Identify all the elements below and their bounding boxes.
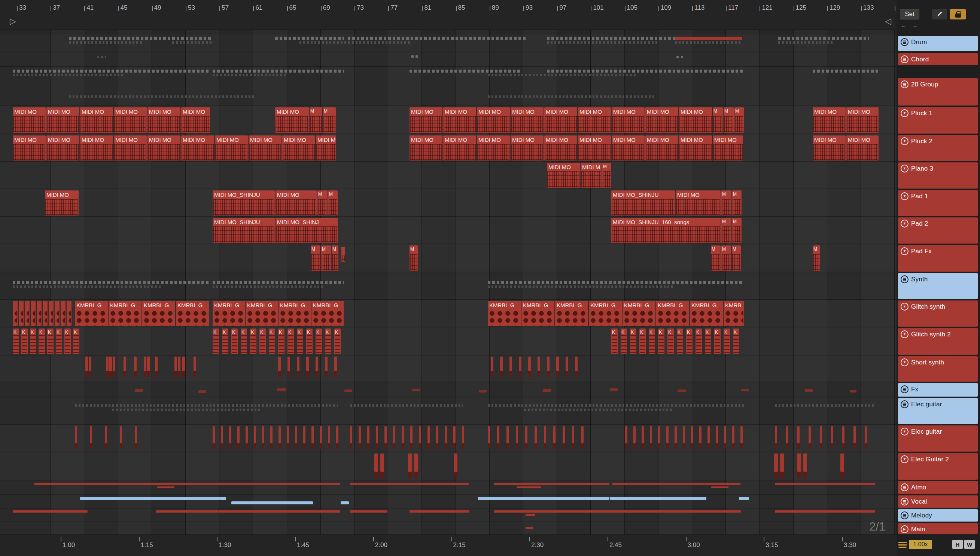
clip[interactable] <box>547 41 659 44</box>
clip[interactable] <box>462 426 464 449</box>
clip[interactable] <box>69 41 144 44</box>
clip[interactable]: KMRBI_G <box>176 301 209 326</box>
unfold-track-icon[interactable] <box>901 81 909 88</box>
clip[interactable]: MIDI MO_SHINJU <box>611 191 675 215</box>
clip[interactable] <box>850 390 857 393</box>
clip[interactable] <box>865 426 867 449</box>
clip[interactable] <box>478 497 610 500</box>
clip[interactable] <box>367 426 369 449</box>
clip[interactable] <box>112 409 262 411</box>
clip[interactable]: KMRBI_G <box>142 301 175 326</box>
clip[interactable]: MIDI MO <box>676 191 721 215</box>
clip[interactable]: MIDI MO <box>813 136 846 160</box>
clip[interactable] <box>831 426 833 449</box>
clip[interactable]: K <box>668 328 674 354</box>
clip[interactable] <box>537 357 540 377</box>
clip[interactable]: K <box>621 328 627 354</box>
clip[interactable] <box>182 357 185 377</box>
clip[interactable] <box>813 70 878 73</box>
clip[interactable] <box>198 390 206 393</box>
clip[interactable] <box>105 426 107 449</box>
clip[interactable] <box>306 357 309 377</box>
clip[interactable] <box>610 497 707 500</box>
clip[interactable]: MIDI MO <box>45 191 79 215</box>
clip[interactable] <box>237 426 239 449</box>
clip[interactable] <box>547 70 744 73</box>
clip[interactable] <box>741 426 743 449</box>
clip[interactable] <box>328 426 330 449</box>
clip[interactable]: MIDI MO <box>443 107 476 133</box>
clip[interactable]: MIDI MO <box>679 136 712 160</box>
clip[interactable] <box>359 426 361 449</box>
clip[interactable] <box>488 286 675 288</box>
clip[interactable]: K <box>259 328 266 354</box>
clip[interactable] <box>277 388 286 391</box>
track-header-melody[interactable]: Melody <box>898 509 978 522</box>
clip[interactable] <box>526 527 533 529</box>
clip[interactable] <box>699 426 702 449</box>
height-zoom-button[interactable]: H <box>952 540 963 549</box>
clip[interactable]: K <box>334 328 341 354</box>
clip[interactable]: KMRBI_G <box>623 301 655 326</box>
clip[interactable]: MIDI MO <box>47 136 79 160</box>
clip[interactable] <box>49 301 53 326</box>
clip[interactable] <box>797 454 801 478</box>
unfold-track-icon[interactable] <box>901 385 909 393</box>
clip[interactable] <box>775 510 875 512</box>
clip[interactable]: M <box>721 191 731 215</box>
clip[interactable] <box>409 70 522 73</box>
clip[interactable] <box>61 301 66 326</box>
clip[interactable]: MIDI MO <box>443 136 476 160</box>
clip[interactable] <box>716 426 718 449</box>
clip[interactable]: MIDI MO <box>114 136 147 160</box>
clip[interactable] <box>19 301 24 326</box>
clip[interactable]: M <box>713 107 723 133</box>
back-arrow-button[interactable]: ← <box>899 22 909 30</box>
arrangement-end-marker[interactable]: ◁ <box>885 17 891 26</box>
clip[interactable]: K <box>39 328 45 354</box>
clip[interactable] <box>43 301 47 326</box>
clip[interactable] <box>350 483 469 485</box>
clip[interactable]: MIDI MO <box>275 191 317 215</box>
clip[interactable] <box>90 426 92 449</box>
clip[interactable] <box>500 357 503 377</box>
clip[interactable] <box>147 357 150 377</box>
clip[interactable]: M <box>734 107 744 133</box>
clip[interactable]: KMRBI_G <box>555 301 588 326</box>
clip[interactable]: K <box>611 328 618 354</box>
unfold-track-icon[interactable] <box>901 38 909 46</box>
clip[interactable] <box>436 426 438 449</box>
fold-track-icon[interactable]: ▼ <box>901 109 909 117</box>
clip[interactable]: K <box>695 328 702 354</box>
track-header-main[interactable]: ▶Main <box>898 523 978 534</box>
clip[interactable]: MIDI MO <box>275 107 309 133</box>
clip[interactable]: MIDI MO <box>147 107 180 133</box>
clip[interactable]: MIDI MO <box>409 107 443 133</box>
clip[interactable] <box>675 37 742 40</box>
clip[interactable]: K <box>73 328 79 354</box>
clip[interactable]: MIDI MO <box>249 136 281 160</box>
clip[interactable]: K <box>705 328 711 354</box>
clip[interactable] <box>13 510 87 512</box>
clip[interactable] <box>229 426 231 449</box>
clip[interactable] <box>575 357 577 377</box>
clip[interactable] <box>820 426 822 449</box>
clip[interactable]: MIDI MO <box>612 107 645 133</box>
clip[interactable] <box>350 510 387 512</box>
clip[interactable] <box>419 426 421 449</box>
clip[interactable] <box>488 74 637 76</box>
clip[interactable]: K <box>231 328 238 354</box>
clip[interactable]: K <box>13 328 19 354</box>
clip[interactable]: MIDI MO_SHINJ <box>275 218 338 243</box>
clip[interactable] <box>544 426 546 449</box>
clip[interactable] <box>220 497 226 500</box>
fold-track-icon[interactable]: ▼ <box>901 455 909 463</box>
clip[interactable] <box>642 426 644 449</box>
clip[interactable]: MIDI MO <box>846 107 878 133</box>
clip[interactable]: MIDI MO <box>181 136 214 160</box>
clip[interactable]: M <box>310 107 322 133</box>
clip[interactable]: K <box>658 328 665 354</box>
clip[interactable]: MIDI MO <box>578 136 611 160</box>
unfold-track-icon[interactable] <box>901 55 909 63</box>
fold-track-icon[interactable]: ▼ <box>901 165 909 173</box>
